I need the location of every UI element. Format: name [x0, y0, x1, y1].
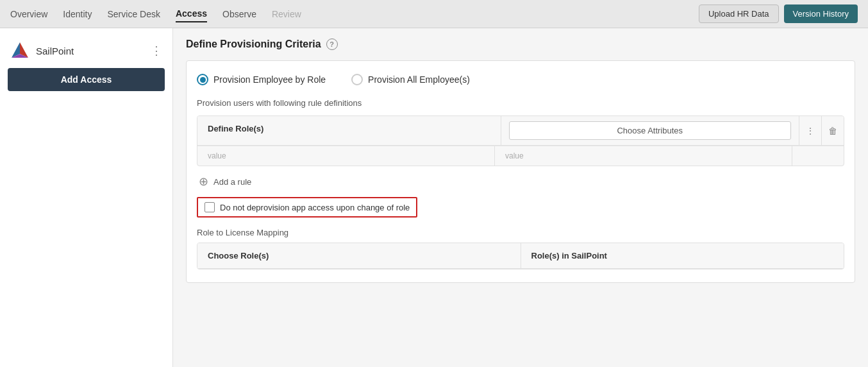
radio-by-role[interactable]: Provision Employee by Role — [197, 74, 326, 85]
radio-all-employees-label: Provision All Employee(s) — [368, 74, 470, 85]
rule-table-header: Define Role(s) Choose Attributes ⋮ 🗑 — [197, 116, 844, 146]
sidebar-brand: SailPoint — [10, 41, 74, 60]
sailpoint-logo — [10, 41, 29, 60]
add-rule-row[interactable]: ⊕ Add a rule — [197, 175, 844, 188]
add-rule-label: Add a rule — [213, 177, 251, 187]
mapping-table-header: Choose Role(s) Role(s) in SailPoint — [197, 243, 844, 269]
choose-attributes-button[interactable]: Choose Attributes — [509, 121, 792, 140]
radio-all-employees[interactable]: Provision All Employee(s) — [351, 74, 470, 85]
sidebar-header: SailPoint ⋮ — [8, 36, 165, 68]
nav-items: Overview Identity Service Desk Access Ob… — [10, 6, 699, 22]
mapping-col-sailpoint: Role(s) in SailPoint — [521, 243, 844, 268]
deprovision-checkbox-row[interactable]: Do not deprovision app access upon chang… — [197, 197, 417, 218]
sidebar: SailPoint ⋮ Add Access — [0, 28, 173, 367]
radio-by-role-label: Provision Employee by Role — [213, 74, 326, 85]
delete-icon: 🗑 — [828, 126, 837, 136]
section-title-text: Define Provisioning Criteria — [186, 38, 321, 50]
mapping-section-title: Role to License Mapping — [197, 228, 844, 237]
version-history-button[interactable]: Version History — [784, 4, 858, 23]
nav-item-identity[interactable]: Identity — [63, 6, 92, 22]
upload-hr-button[interactable]: Upload HR Data — [699, 4, 779, 23]
rule-row-spacer — [792, 146, 844, 166]
rule-table: Define Role(s) Choose Attributes ⋮ 🗑 val… — [197, 115, 844, 166]
help-icon[interactable]: ? — [326, 38, 338, 50]
main-content: Define Provisioning Criteria ? Provision… — [173, 28, 868, 367]
nav-item-review: Review — [272, 6, 301, 22]
mapping-table: Choose Role(s) Role(s) in SailPoint — [197, 243, 844, 269]
criteria-card: Provision Employee by Role Provision All… — [186, 60, 855, 283]
deprovision-checkbox[interactable] — [204, 202, 215, 212]
nav-actions: Upload HR Data Version History — [699, 4, 858, 23]
rule-col-attrs-header: Choose Attributes — [501, 116, 800, 145]
rule-table-row: value value — [197, 146, 844, 166]
provision-description: Provision users with following rule defi… — [197, 98, 844, 108]
layout: SailPoint ⋮ Add Access Define Provisioni… — [0, 28, 868, 367]
rule-attrs-value: value — [495, 146, 792, 166]
radio-all-employees-indicator — [351, 74, 363, 85]
nav-item-overview[interactable]: Overview — [10, 6, 47, 22]
sidebar-more-icon[interactable]: ⋮ — [151, 44, 162, 58]
rule-table-more-icon[interactable]: ⋮ — [799, 116, 822, 145]
deprovision-checkbox-label: Do not deprovision app access upon chang… — [220, 203, 410, 212]
radio-by-role-indicator — [197, 74, 208, 85]
radio-group: Provision Employee by Role Provision All… — [197, 74, 844, 85]
sidebar-brand-name: SailPoint — [36, 46, 74, 56]
rule-col-role-header: Define Role(s) — [197, 116, 501, 145]
nav-item-service-desk[interactable]: Service Desk — [108, 6, 160, 22]
rule-table-delete-icon[interactable]: 🗑 — [822, 116, 844, 145]
nav-item-observe[interactable]: Observe — [222, 6, 256, 22]
section-title-row: Define Provisioning Criteria ? — [186, 38, 855, 50]
mapping-col-roles: Choose Role(s) — [197, 243, 521, 268]
add-rule-icon: ⊕ — [197, 175, 210, 188]
add-access-button[interactable]: Add Access — [8, 68, 165, 91]
nav-item-access[interactable]: Access — [176, 6, 207, 22]
top-nav: Overview Identity Service Desk Access Ob… — [0, 0, 868, 28]
rule-role-value: value — [197, 146, 495, 166]
